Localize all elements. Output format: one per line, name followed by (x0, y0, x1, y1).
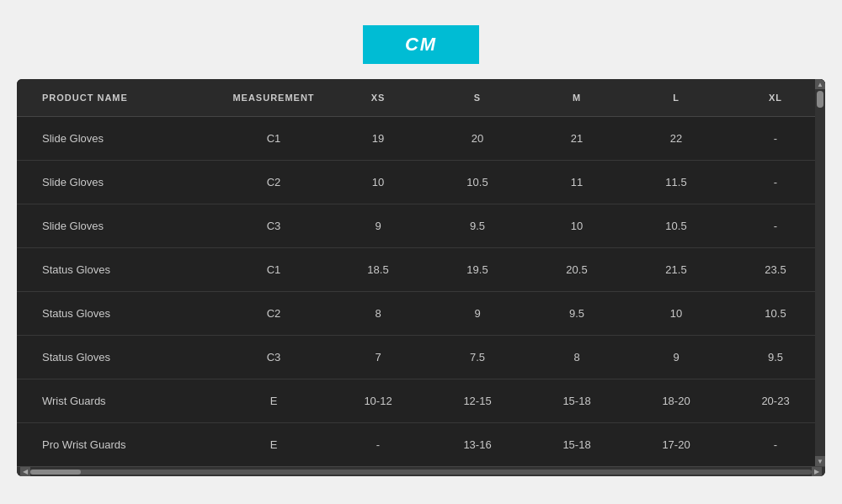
measurement-cell: C2 (219, 161, 328, 204)
column-header-m: M (527, 79, 626, 117)
size-cell: 10.5 (626, 204, 726, 248)
size-cell: 9.5 (428, 204, 527, 248)
size-cell: 20.5 (527, 248, 626, 292)
badge-label: CM (405, 34, 437, 55)
table-row: Slide GlovesC119202122- (17, 117, 825, 161)
size-cell: 8 (328, 292, 428, 336)
size-cell: 9.5 (726, 336, 825, 379)
size-cell: 21 (527, 117, 626, 161)
size-cell: 9 (328, 204, 428, 248)
size-cell: 11.5 (626, 161, 726, 204)
table-body: Slide GlovesC119202122-Slide GlovesC2101… (17, 117, 825, 467)
cm-badge: CM (363, 25, 479, 64)
table-header-row: PRODUCT NAMEMEASUREMENTXSSMLXL (17, 79, 825, 117)
h-arrow-left[interactable]: ◀ (20, 467, 30, 477)
size-cell: - (726, 204, 825, 248)
size-cell: 11 (527, 161, 626, 204)
size-cell: 23.5 (726, 248, 825, 292)
scroll-container[interactable]: PRODUCT NAMEMEASUREMENTXSSMLXL Slide Glo… (17, 79, 825, 466)
product-name-cell: Status Gloves (17, 336, 219, 379)
h-scroll-thumb[interactable] (30, 470, 81, 475)
product-name-cell: Slide Gloves (17, 161, 219, 204)
h-arrow-right[interactable]: ▶ (812, 467, 822, 477)
table-row: Pro Wrist GuardsE-13-1615-1817-20- (17, 423, 825, 467)
size-cell: 10.5 (428, 161, 527, 204)
size-cell: 20-23 (726, 379, 825, 423)
table-row: Wrist GuardsE10-1212-1515-1818-2020-23 (17, 379, 825, 423)
size-cell: - (726, 423, 825, 467)
h-scroll-track[interactable] (30, 470, 812, 475)
size-cell: 7.5 (428, 336, 527, 379)
size-cell: - (726, 117, 825, 161)
column-header-product-name: PRODUCT NAME (17, 79, 219, 117)
measurement-cell: C1 (219, 248, 328, 292)
product-name-cell: Status Gloves (17, 292, 219, 336)
column-header-xl: XL (726, 79, 825, 117)
size-cell: 10.5 (726, 292, 825, 336)
size-cell: 18.5 (328, 248, 428, 292)
size-cell: 9 (626, 336, 726, 379)
measurement-cell: E (219, 423, 328, 467)
column-header-measurement: MEASUREMENT (219, 79, 328, 117)
size-cell: 10 (527, 204, 626, 248)
horizontal-scrollbar[interactable]: ◀ ▶ (17, 466, 825, 476)
size-cell: - (328, 423, 428, 467)
column-header-s: S (428, 79, 527, 117)
product-name-cell: Slide Gloves (17, 117, 219, 161)
size-cell: 8 (527, 336, 626, 379)
size-cell: 15-18 (527, 379, 626, 423)
table-row: Slide GlovesC399.51010.5- (17, 204, 825, 248)
table-row: Slide GlovesC21010.51111.5- (17, 161, 825, 204)
table-row: Status GlovesC377.5899.5 (17, 336, 825, 379)
size-cell: 10 (626, 292, 726, 336)
table-wrapper: PRODUCT NAMEMEASUREMENTXSSMLXL Slide Glo… (17, 79, 825, 476)
product-name-cell: Pro Wrist Guards (17, 423, 219, 467)
measurement-cell: C1 (219, 117, 328, 161)
size-cell: 19.5 (428, 248, 527, 292)
size-cell: 10-12 (328, 379, 428, 423)
size-cell: 20 (428, 117, 527, 161)
size-cell: 15-18 (527, 423, 626, 467)
product-name-cell: Status Gloves (17, 248, 219, 292)
table-row: Status GlovesC2899.51010.5 (17, 292, 825, 336)
measurement-cell: C3 (219, 336, 328, 379)
size-cell: 10 (328, 161, 428, 204)
size-cell: 21.5 (626, 248, 726, 292)
column-header-xs: XS (328, 79, 428, 117)
size-table: PRODUCT NAMEMEASUREMENTXSSMLXL Slide Glo… (17, 79, 825, 466)
measurement-cell: E (219, 379, 328, 423)
size-cell: 9 (428, 292, 527, 336)
size-cell: 13-16 (428, 423, 527, 467)
v-arrow-down[interactable]: ▼ (815, 456, 825, 466)
product-name-cell: Wrist Guards (17, 379, 219, 423)
v-scroll-thumb[interactable] (817, 91, 823, 108)
measurement-cell: C3 (219, 204, 328, 248)
size-cell: 7 (328, 336, 428, 379)
size-cell: 17-20 (626, 423, 726, 467)
product-name-cell: Slide Gloves (17, 204, 219, 248)
size-cell: 19 (328, 117, 428, 161)
size-cell: - (726, 161, 825, 204)
v-arrow-up[interactable]: ▲ (815, 79, 825, 89)
size-cell: 9.5 (527, 292, 626, 336)
size-cell: 22 (626, 117, 726, 161)
vertical-scrollbar[interactable]: ▲ ▼ (815, 79, 825, 466)
column-header-l: L (626, 79, 726, 117)
measurement-cell: C2 (219, 292, 328, 336)
table-row: Status GlovesC118.519.520.521.523.5 (17, 248, 825, 292)
size-cell: 12-15 (428, 379, 527, 423)
size-cell: 18-20 (626, 379, 726, 423)
